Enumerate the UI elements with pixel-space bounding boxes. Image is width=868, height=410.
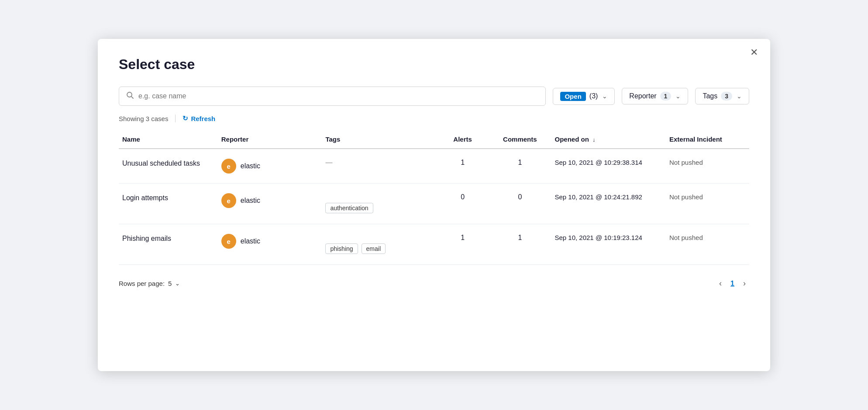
rows-per-page-label: Rows per page:: [119, 280, 165, 287]
status-count: (3): [589, 92, 598, 100]
tags-cell: —: [322, 149, 437, 184]
alerts-cell: 1: [437, 149, 489, 184]
modal-title: Select case: [119, 56, 749, 73]
reporter-filter-button[interactable]: Reporter 1 ⌄: [622, 88, 688, 104]
footer-row: Rows per page: 5 ⌄ ‹ 1 ›: [119, 277, 749, 290]
avatar: e: [221, 193, 236, 208]
status-badge: Open: [560, 92, 586, 101]
search-input[interactable]: [138, 92, 538, 100]
case-name-cell: Login attempts: [119, 184, 218, 224]
next-page-button[interactable]: ›: [740, 277, 749, 290]
reporter-chevron-icon: ⌄: [675, 93, 681, 100]
opened-on-cell: Sep 10, 2021 @ 10:24:21.892: [551, 184, 666, 224]
cases-table: Name Reporter Tags Alerts Comments Opene…: [119, 130, 749, 265]
tag-badge: phishing: [325, 243, 358, 254]
comments-cell: 0: [489, 184, 551, 224]
alerts-cell: 1: [437, 224, 489, 265]
col-header-opened-on[interactable]: Opened on ↓: [551, 130, 666, 149]
rows-per-page-value: 5: [168, 280, 172, 287]
search-box: [119, 87, 546, 106]
reporter-count-badge: 1: [660, 92, 672, 101]
reporter-cell: e elastic: [218, 224, 322, 265]
case-name-cell: Unusual scheduled tasks: [119, 149, 218, 184]
toolbar: Open (3) ⌄ Reporter 1 ⌄ Tags 3 ⌄: [119, 87, 749, 106]
reporter-cell: e elastic: [218, 184, 322, 224]
pagination: ‹ 1 ›: [716, 277, 749, 290]
table-row[interactable]: Phishing emails e elastic phishingemail1…: [119, 224, 749, 265]
avatar: e: [221, 234, 236, 249]
opened-on-cell: Sep 10, 2021 @ 10:19:23.124: [551, 224, 666, 265]
refresh-button[interactable]: ↻ Refresh: [183, 115, 215, 122]
case-name-cell: Phishing emails: [119, 224, 218, 265]
tag-badge: email: [362, 243, 386, 254]
rows-per-page-selector[interactable]: Rows per page: 5 ⌄: [119, 280, 180, 287]
meta-row: Showing 3 cases ↻ Refresh: [119, 115, 749, 122]
opened-on-cell: Sep 10, 2021 @ 10:29:38.314: [551, 149, 666, 184]
reporter-name: elastic: [241, 197, 260, 205]
table-row[interactable]: Login attempts e elastic authentication0…: [119, 184, 749, 224]
close-button[interactable]: ✕: [750, 48, 758, 57]
refresh-icon: ↻: [183, 115, 188, 122]
table-header-row: Name Reporter Tags Alerts Comments Opene…: [119, 130, 749, 149]
col-header-name: Name: [119, 130, 218, 149]
comments-cell: 1: [489, 149, 551, 184]
meta-divider: [175, 115, 176, 122]
col-header-reporter: Reporter: [218, 130, 322, 149]
status-filter-button[interactable]: Open (3) ⌄: [553, 88, 615, 105]
reporter-filter-label: Reporter: [629, 92, 656, 100]
col-header-alerts: Alerts: [437, 130, 489, 149]
tags-count-badge: 3: [721, 92, 732, 101]
alerts-cell: 0: [437, 184, 489, 224]
external-incident-cell: Not pushed: [666, 184, 749, 224]
tags-cell: authentication: [322, 184, 437, 224]
tag-badge: authentication: [325, 203, 373, 213]
reporter-name: elastic: [241, 237, 260, 245]
external-incident-cell: Not pushed: [666, 224, 749, 265]
prev-page-button[interactable]: ‹: [716, 277, 725, 290]
avatar: e: [221, 159, 236, 174]
tags-cell: phishingemail: [322, 224, 437, 265]
reporter-cell: e elastic: [218, 149, 322, 184]
col-header-tags: Tags: [322, 130, 437, 149]
refresh-label: Refresh: [191, 115, 215, 122]
search-icon: [126, 91, 134, 101]
svg-line-1: [131, 97, 133, 98]
reporter-name: elastic: [241, 162, 260, 170]
tags-filter-label: Tags: [703, 92, 717, 100]
rows-per-page-chevron-icon: ⌄: [175, 280, 180, 287]
sort-arrow-icon: ↓: [592, 136, 596, 143]
col-header-external-incident: External Incident: [666, 130, 749, 149]
external-incident-cell: Not pushed: [666, 149, 749, 184]
col-header-comments: Comments: [489, 130, 551, 149]
select-case-modal: ✕ Select case Open (3) ⌄ Reporter 1 ⌄ Ta…: [98, 39, 770, 371]
tags-filter-button[interactable]: Tags 3 ⌄: [695, 88, 749, 104]
tags-chevron-icon: ⌄: [737, 93, 742, 100]
no-tags: —: [325, 159, 332, 166]
table-row[interactable]: Unusual scheduled tasks e elastic —11Sep…: [119, 149, 749, 184]
current-page-button[interactable]: 1: [730, 280, 734, 288]
comments-cell: 1: [489, 224, 551, 265]
showing-cases-text: Showing 3 cases: [119, 115, 168, 122]
status-chevron-icon: ⌄: [602, 93, 607, 100]
